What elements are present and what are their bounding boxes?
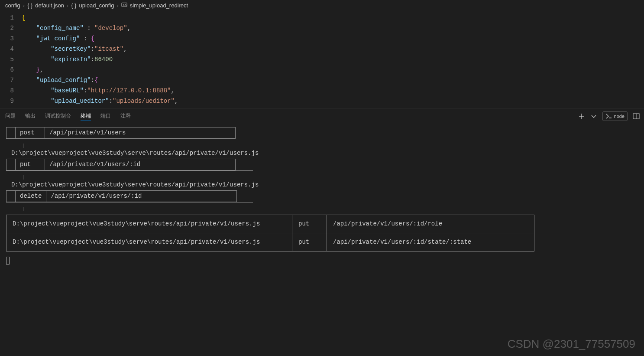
- bottom-panel: 问题 输出 调试控制台 终端 端口 注释 node post/api/priva…: [0, 108, 644, 271]
- breadcrumb-root[interactable]: config: [5, 2, 20, 9]
- terminal-cursor: [6, 257, 10, 265]
- breadcrumb-path1[interactable]: upload_config: [79, 2, 114, 9]
- braces-icon: { }: [27, 2, 32, 9]
- terminal-route-table: D:\project\vueproject\vue3study\serve\ro…: [6, 215, 534, 251]
- table-row: D:\project\vueproject\vue3study\serve\ro…: [6, 215, 534, 233]
- chevron-right-icon: ›: [67, 2, 68, 9]
- terminal-route-row: delete/api/private/v1/users/:id: [6, 190, 237, 202]
- breadcrumb: config › { } default.json › { } upload_c…: [0, 0, 644, 11]
- tab-ports[interactable]: 端口: [100, 111, 111, 121]
- table-row: D:\project\vueproject\vue3study\serve\ro…: [6, 233, 534, 251]
- line-number: 7: [0, 75, 22, 85]
- watermark: CSDN @2301_77557509: [508, 337, 635, 351]
- terminal-route-row: D:\project\vueproject\vue3study\serve\ro…: [6, 180, 259, 190]
- tab-comments[interactable]: 注释: [120, 111, 131, 121]
- line-number: 3: [0, 33, 22, 44]
- line-number: 9: [0, 96, 22, 106]
- terminal-shell-label[interactable]: node: [602, 111, 628, 121]
- breadcrumb-file[interactable]: default.json: [35, 2, 64, 9]
- split-panel-icon[interactable]: [633, 113, 640, 120]
- new-terminal-button[interactable]: [578, 113, 585, 120]
- terminal-route-row: post/api/private/v1/users: [6, 127, 236, 139]
- terminal-route-row: put/api/private/v1/users/:id: [6, 159, 236, 170]
- svg-text:abc: abc: [123, 3, 127, 7]
- line-number: 5: [0, 54, 22, 65]
- braces-icon: { }: [71, 2, 76, 9]
- tab-terminal[interactable]: 终端: [81, 111, 91, 121]
- tab-debug[interactable]: 调试控制台: [45, 111, 71, 121]
- line-number: 2: [0, 23, 22, 33]
- tab-problems[interactable]: 问题: [5, 111, 16, 121]
- line-number: 4: [0, 44, 22, 54]
- code-editor[interactable]: 1{ 2 "config_name" : "develop", 3 "jwt_c…: [0, 11, 644, 108]
- terminal-route-row: D:\project\vueproject\vue3study\serve\ro…: [6, 148, 259, 159]
- breadcrumb-path2[interactable]: simple_upload_redirect: [130, 2, 188, 9]
- terminal-output[interactable]: post/api/private/v1/users D:\project\vue…: [0, 124, 644, 271]
- terminal-dropdown-icon[interactable]: [590, 113, 597, 120]
- line-number: 8: [0, 85, 22, 96]
- line-number: 1: [0, 13, 22, 23]
- chevron-right-icon: ›: [117, 2, 118, 9]
- tab-output[interactable]: 输出: [25, 111, 36, 121]
- line-number: 6: [0, 65, 22, 75]
- panel-tabs: 问题 输出 调试控制台 终端 端口 注释 node: [0, 108, 644, 124]
- symbol-icon: abc: [121, 2, 127, 9]
- chevron-right-icon: ›: [23, 2, 25, 9]
